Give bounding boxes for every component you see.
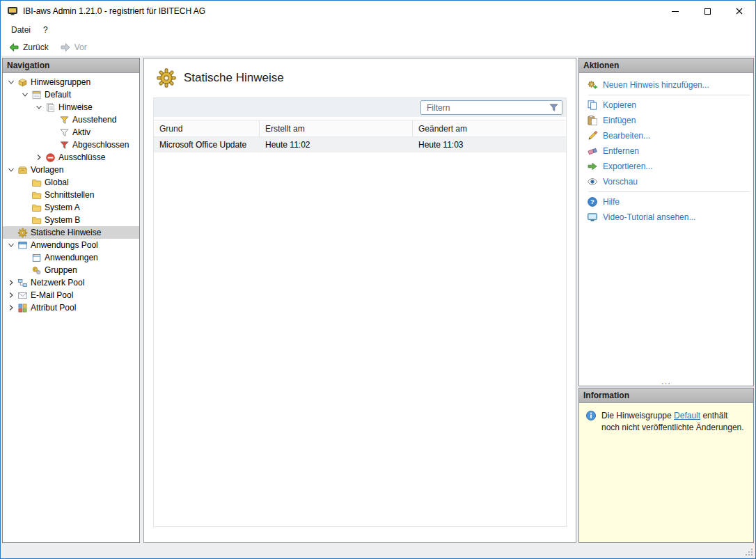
action-label: Video-Tutorial ansehen... <box>603 212 695 222</box>
actions-panel-resize-grip[interactable]: ... <box>579 379 753 385</box>
chevron-down-icon[interactable] <box>33 102 45 113</box>
information-message: Die Hinweisgruppe Default enthält noch n… <box>601 410 747 434</box>
tree-item-label: Statische Hinweise <box>31 228 101 237</box>
tree-item-anwendungen[interactable]: Anwendungen <box>3 251 139 264</box>
remove-icon <box>587 145 598 157</box>
cell-geaendert-am: Heute 11:03 <box>413 140 566 150</box>
cell-grund: Microsoft Office Update <box>154 140 260 150</box>
action-label: Exportieren... <box>603 162 652 171</box>
chevron-right-icon[interactable] <box>6 290 17 301</box>
tree-item-abgeschlossen[interactable]: Abgeschlossen <box>3 139 139 151</box>
tree-item-gruppen[interactable]: Gruppen <box>3 264 139 276</box>
forward-arrow-icon <box>60 42 71 53</box>
tree-item-ausschluesse[interactable]: Ausschlüsse <box>3 151 139 164</box>
actions-panel: Aktionen Neuen Hinweis hinzufügen...Kopi… <box>578 58 754 386</box>
info-icon <box>585 410 597 421</box>
information-panel-header: Information <box>579 388 753 403</box>
main-panel: Statische Hinweise GrundErstellt amGeänd… <box>143 58 576 543</box>
workspace: Navigation HinweisgruppenDefaultHinweise… <box>1 56 755 544</box>
filter-input[interactable] <box>420 100 562 115</box>
chevron-down-icon[interactable] <box>19 89 31 100</box>
chevron-right-icon[interactable] <box>6 302 17 313</box>
folder-icon <box>31 214 42 226</box>
chevron-spacer <box>47 139 58 150</box>
column-header-geaendert-am[interactable]: Geändert am <box>413 120 566 136</box>
funnel-red-icon <box>58 139 70 150</box>
chevron-down-icon[interactable] <box>6 239 17 251</box>
chevron-down-icon[interactable] <box>6 164 17 175</box>
action-label: Hilfe <box>603 197 620 207</box>
chevron-spacer <box>47 114 58 125</box>
filter-funnel-icon[interactable] <box>549 102 559 113</box>
table-row[interactable]: Microsoft Office UpdateHeute 11:02Heute … <box>154 137 566 152</box>
actions-divider <box>588 191 750 192</box>
tree-item-schnittstellen[interactable]: Schnittstellen <box>3 189 139 201</box>
action-vorschau[interactable]: Vorschau <box>579 174 753 189</box>
tree-item-system-a[interactable]: System A <box>3 201 139 214</box>
chevron-spacer <box>19 177 31 188</box>
app-icon <box>7 6 18 17</box>
default-group-link[interactable]: Default <box>674 411 700 420</box>
action-hilfe[interactable]: ?Hilfe <box>579 194 753 210</box>
table-body: Microsoft Office UpdateHeute 11:02Heute … <box>154 137 566 152</box>
app-window-icon <box>31 252 42 263</box>
maximize-button[interactable] <box>691 1 723 22</box>
column-header-erstellt-am[interactable]: Erstellt am <box>260 120 413 136</box>
menu-item-datei[interactable]: Datei <box>5 22 37 38</box>
back-button[interactable]: Zurück <box>3 40 54 54</box>
actions-panel-header: Aktionen <box>579 58 753 73</box>
action-label: Kopieren <box>603 100 636 110</box>
tree-item-label: E-Mail Pool <box>31 290 73 300</box>
chevron-spacer <box>19 265 31 276</box>
back-button-label: Zurück <box>23 42 49 52</box>
chevron-right-icon[interactable] <box>6 277 17 288</box>
static-notices-gear-icon <box>156 68 177 88</box>
tree-item-default[interactable]: Default <box>3 88 139 101</box>
tree-item-label: Hinweisgruppen <box>31 77 90 87</box>
tree-item-label: System B <box>45 215 80 225</box>
email-icon <box>17 290 28 301</box>
column-header-grund[interactable]: Grund <box>154 120 260 136</box>
chevron-down-icon[interactable] <box>6 77 17 88</box>
forward-button[interactable]: Vor <box>55 40 92 54</box>
action-exportieren[interactable]: Exportieren... <box>579 159 753 174</box>
close-button[interactable] <box>723 1 755 22</box>
resize-grip[interactable] <box>745 548 753 556</box>
tree-item-hinweisgruppen[interactable]: Hinweisgruppen <box>3 76 139 88</box>
action-label: Einfügen <box>603 116 636 125</box>
action-label: Neuen Hinweis hinzufügen... <box>603 80 709 90</box>
network-icon <box>17 277 28 288</box>
tree-item-ausstehend[interactable]: Ausstehend <box>3 113 139 126</box>
chevron-right-icon[interactable] <box>33 152 45 163</box>
action-kopieren[interactable]: Kopieren <box>579 97 753 113</box>
no-entry-icon <box>45 152 56 163</box>
tree-item-netzwerk-pool[interactable]: Netzwerk Pool <box>3 276 139 289</box>
tree-item-statische-hinweise[interactable]: Statische Hinweise <box>3 226 139 239</box>
tree-item-vorlagen[interactable]: Vorlagen <box>3 164 139 176</box>
tree-item-system-b[interactable]: System B <box>3 214 139 226</box>
minimize-button[interactable] <box>659 1 691 22</box>
status-strip <box>1 544 755 558</box>
tree-item-attribut-pool[interactable]: Attribut Pool <box>3 301 139 314</box>
notices-icon <box>45 102 56 113</box>
add-notice-icon <box>587 79 598 90</box>
action-einfuegen[interactable]: Einfügen <box>579 113 753 128</box>
action-neuen-hinweis-hinzufuegen[interactable]: Neuen Hinweis hinzufügen... <box>579 77 753 93</box>
tree-item-hinweise[interactable]: Hinweise <box>3 101 139 113</box>
right-column: Aktionen Neuen Hinweis hinzufügen...Kopi… <box>578 58 754 543</box>
gear-icon <box>17 227 28 238</box>
maximize-icon <box>704 8 711 15</box>
action-entfernen[interactable]: Entfernen <box>579 143 753 159</box>
tree-item-aktiv[interactable]: Aktiv <box>3 126 139 139</box>
action-bearbeiten[interactable]: Bearbeiten... <box>579 128 753 143</box>
tree-item-label: Default <box>45 90 71 100</box>
navigation-tree: HinweisgruppenDefaultHinweiseAusstehendA… <box>3 73 139 542</box>
menu-item-help[interactable]: ? <box>37 22 54 38</box>
notice-group-icon <box>17 77 28 88</box>
tree-item-anwendungs-pool[interactable]: Anwendungs Pool <box>3 239 139 251</box>
copy-icon <box>587 100 598 111</box>
tree-item-global[interactable]: Global <box>3 176 139 189</box>
action-video-tutorial-ansehen[interactable]: Video-Tutorial ansehen... <box>579 210 753 225</box>
tree-item-label: Attribut Pool <box>31 303 76 313</box>
tree-item-e-mail-pool[interactable]: E-Mail Pool <box>3 289 139 301</box>
